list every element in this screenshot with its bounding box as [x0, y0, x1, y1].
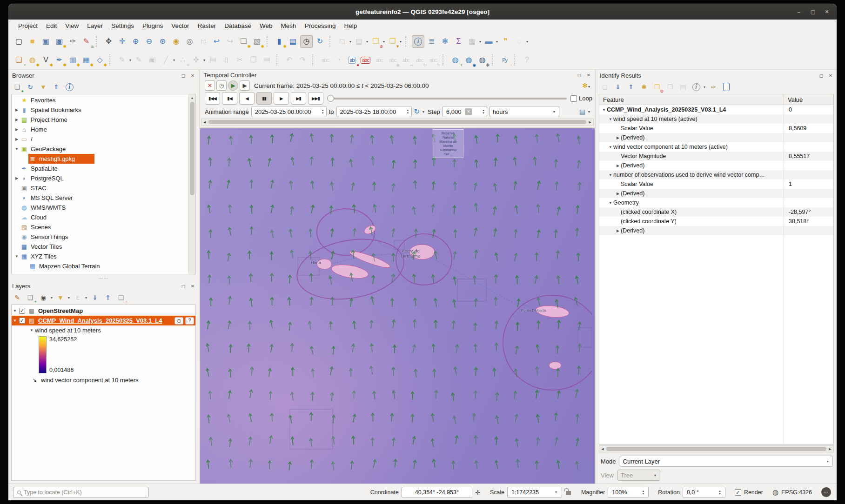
expander-icon[interactable]: ▶: [13, 108, 20, 112]
menu-settings[interactable]: Settings: [107, 21, 138, 31]
identify-row[interactable]: ▶(Derived): [599, 161, 833, 170]
new-3d-map-view-icon[interactable]: ▧✱: [251, 35, 263, 48]
expander-icon[interactable]: ▶: [13, 118, 20, 122]
temporal-float-icon[interactable]: ◻: [576, 72, 583, 78]
step-unit-select[interactable]: hours▾: [490, 106, 559, 117]
layer-checkbox[interactable]: ✓: [19, 318, 25, 324]
collapse-all-icon[interactable]: ⇑: [51, 81, 62, 93]
clear-results-icon[interactable]: ❐⊘: [651, 81, 663, 93]
step-input[interactable]: 6,000 ✕ ▲▼: [443, 106, 487, 117]
identify-settings-icon[interactable]: ✑: [708, 81, 719, 93]
measure-line-icon[interactable]: ▬: [483, 35, 495, 48]
identify-row[interactable]: Scalar Value1: [599, 179, 833, 189]
browser-item-xyz-tiles[interactable]: ▼▦XYZ Tiles: [12, 252, 188, 261]
identify-row[interactable]: Vector Magnitude8,55517: [599, 152, 833, 161]
slider-thumb[interactable]: [327, 95, 334, 102]
crs-globe-icon[interactable]: ◍: [772, 488, 778, 497]
crs-value[interactable]: EPSG:4326: [781, 489, 812, 496]
minimize-button[interactable]: –: [794, 7, 804, 17]
layer-group-wind-speed[interactable]: ▼ wind speed at 10 meters: [12, 325, 195, 335]
identify-row[interactable]: ▶(Derived): [599, 189, 833, 198]
expand-tree-icon[interactable]: ⇓: [612, 81, 624, 93]
temporal-close-icon[interactable]: ✕: [585, 72, 592, 78]
remove-layer-icon[interactable]: ❏−: [115, 292, 127, 303]
style-manager-icon[interactable]: ✎a: [80, 35, 93, 48]
identify-row[interactable]: ▶(Derived): [599, 226, 833, 235]
save-project-icon[interactable]: ▣: [40, 35, 52, 48]
expand-all-layers-icon[interactable]: ⇓: [89, 292, 101, 303]
zoom-to-layer-icon[interactable]: ◎: [183, 35, 196, 48]
layer-row-mesh[interactable]: ▼ ✓ ▨ CCMP_Wind_Analysis_20250325_V03.1_…: [12, 316, 195, 325]
locator-input[interactable]: Type to locate (Ctrl+K): [13, 487, 149, 498]
identify-mode-select[interactable]: Current Layer▾: [620, 456, 833, 467]
identify-row[interactable]: ▼number of observations used to derive w…: [599, 170, 833, 179]
identify-row[interactable]: Scalar Value8,5609: [599, 124, 833, 133]
identify-close-icon[interactable]: ✕: [827, 72, 834, 79]
show-spatial-bookmarks-icon[interactable]: ▤: [287, 35, 299, 48]
browser-item-ms-sql-server[interactable]: ◗MS SQL Server: [12, 193, 188, 203]
browser-item-geopackage[interactable]: ▼▣GeoPackage: [12, 144, 188, 154]
range-end-input[interactable]: 2025-03-25 18:00:00 ▲▼: [336, 106, 412, 117]
save-project-as-icon[interactable]: ▣✱: [53, 35, 66, 48]
close-button[interactable]: ✕: [822, 7, 832, 17]
movie-mode-button[interactable]: ▶: [240, 80, 250, 91]
identify-hscrollbar[interactable]: ◀▶: [599, 445, 834, 452]
range-start-input[interactable]: 2025-03-25 00:00:00 ▲▼: [251, 106, 327, 117]
add-group-icon[interactable]: ❏+: [25, 292, 36, 303]
add-virtual-layer-icon[interactable]: ▦✱: [80, 54, 93, 66]
clear-step-icon[interactable]: ✕: [465, 108, 472, 115]
add-geopackage-layer-icon[interactable]: ◍✱: [26, 54, 39, 66]
pinned-labels-highlight-icon[interactable]: ab●: [346, 54, 358, 66]
temporal-hscrollbar[interactable]: ◀▶: [201, 119, 594, 126]
expander-icon[interactable]: ▼: [13, 254, 20, 259]
manage-map-themes-icon[interactable]: ◉: [38, 292, 49, 303]
deselect-all-icon[interactable]: ❐⊘: [369, 35, 382, 48]
menu-vector[interactable]: Vector: [167, 21, 193, 31]
temporal-settings-icon[interactable]: ✻▾: [582, 82, 591, 89]
map-canvas[interactable]: HortaAngra doHeroísmoPonta Delgada Reser…: [200, 128, 595, 484]
collapse-all-layers-icon[interactable]: ⇑: [102, 292, 114, 303]
browser-float-icon[interactable]: ◻: [180, 72, 187, 79]
render-checkbox[interactable]: ✓: [735, 489, 741, 496]
add-spatialite-layer-icon[interactable]: ✒✱: [53, 54, 66, 66]
temporal-off-button[interactable]: ✕: [205, 80, 215, 91]
pan-map-icon[interactable]: ✥: [102, 35, 115, 48]
osm-place-search-icon[interactable]: ◍✜: [476, 54, 489, 66]
identify-row[interactable]: ▼Geometry: [599, 198, 833, 207]
identify-row[interactable]: ▶(Derived): [599, 133, 833, 142]
play-forward-button[interactable]: ▶: [274, 92, 289, 105]
expand-new-results-icon[interactable]: ✱: [638, 81, 650, 93]
menu-web[interactable]: Web: [255, 21, 277, 31]
identify-mode-menu-icon[interactable]: i: [691, 81, 702, 93]
field-calculator-icon[interactable]: ≣: [425, 35, 438, 48]
expander-icon[interactable]: ▶: [615, 229, 621, 233]
messages-icon[interactable]: ⋯: [821, 487, 831, 497]
identify-help-icon[interactable]: ?: [721, 81, 732, 93]
layers-float-icon[interactable]: ◻: [180, 283, 187, 289]
metasearch-new-connection-icon[interactable]: ◍+: [449, 54, 462, 66]
coordinate-input[interactable]: 40,354° -24,953°: [402, 487, 472, 498]
title-bar[interactable]: getfeatureinfo2 — QGIS 0293fe42e29 [osge…: [8, 4, 837, 20]
select-by-location-icon[interactable]: ❐▼: [386, 35, 399, 48]
menu-project[interactable]: Project: [14, 21, 42, 31]
browser-close-icon[interactable]: ✕: [189, 72, 196, 79]
layer-notes-badge[interactable]: ?: [185, 317, 194, 325]
menu-edit[interactable]: Edit: [42, 21, 61, 31]
scale-select[interactable]: 1:1742235▾: [507, 487, 562, 498]
browser-item-vector-tiles[interactable]: ▦Vector Tiles: [12, 242, 188, 252]
export-animation-icon[interactable]: ▤: [579, 108, 585, 115]
filter-legend-icon[interactable]: ▼: [55, 292, 66, 303]
menu-view[interactable]: View: [61, 21, 83, 31]
add-vector-layer-icon[interactable]: V✱: [40, 54, 52, 66]
animated-navigation-button[interactable]: ▶: [228, 80, 238, 91]
menu-layer[interactable]: Layer: [83, 21, 107, 31]
loop-checkbox[interactable]: Loop: [570, 95, 595, 102]
identify-row[interactable]: (clicked coordinate X)-28,597°: [599, 207, 833, 217]
browser-item-wms-wmts[interactable]: ◍WMS/WMTS: [12, 203, 188, 212]
menu-raster[interactable]: Raster: [194, 21, 221, 31]
play-backward-button[interactable]: ◀: [239, 92, 255, 105]
zoom-to-selection-icon[interactable]: ◉: [170, 35, 182, 48]
expander-icon[interactable]: ▼: [608, 173, 613, 177]
zoom-out-icon[interactable]: ⊖: [143, 35, 155, 48]
refresh-map-icon[interactable]: ↻: [314, 35, 326, 48]
